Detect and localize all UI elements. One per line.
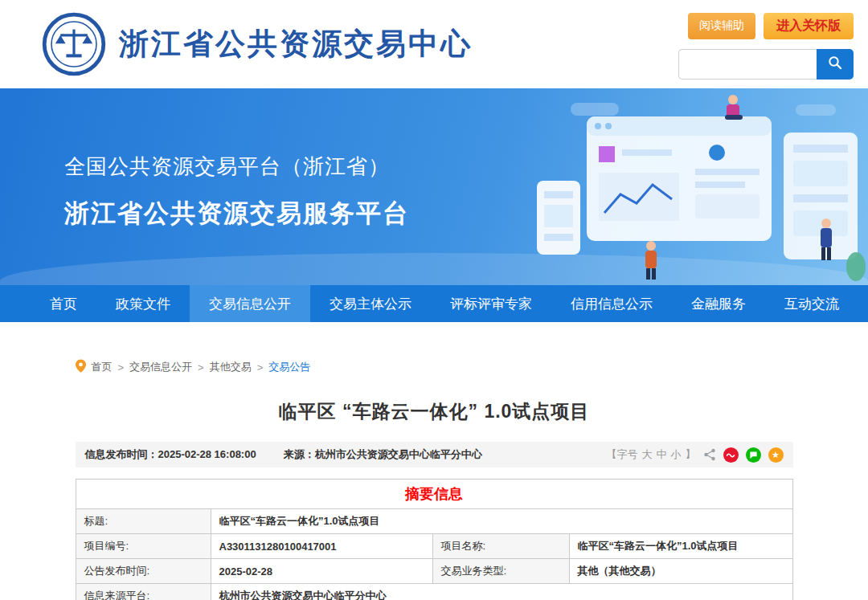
- breadcrumb-separator: >: [198, 361, 204, 373]
- field-value-source-platform: 杭州市公共资源交易中心临平分中心: [211, 584, 792, 600]
- article-title: 临平区 “车路云一体化” 1.0试点项目: [76, 399, 793, 424]
- hero-banner: 全国公共资源交易平台（浙江省） 浙江省公共资源交易服务平台: [0, 88, 868, 285]
- field-label-source-platform: 信息来源平台:: [76, 584, 211, 600]
- summary-table: 摘要信息 标题: 临平区“车路云一体化”1.0试点项目 项目编号: A33011…: [76, 479, 793, 600]
- search-input[interactable]: [678, 49, 817, 80]
- table-row: 信息来源平台: 杭州市公共资源交易中心临平分中心: [76, 584, 792, 600]
- field-label-project-number: 项目编号:: [76, 534, 211, 559]
- breadcrumb-separator: >: [257, 361, 264, 373]
- breadcrumb-current: 交易公告: [268, 360, 310, 374]
- field-value-title: 临平区“车路云一体化”1.0试点项目: [211, 509, 792, 534]
- font-size-large[interactable]: 大: [642, 447, 653, 462]
- search-box: [678, 49, 854, 80]
- nav-item-financial-services[interactable]: 金融服务: [672, 285, 765, 322]
- site-logo-icon: [42, 12, 106, 76]
- table-row: 摘要信息: [76, 480, 792, 509]
- breadcrumb-home[interactable]: 首页: [92, 360, 113, 374]
- hero-subtitle: 全国公共资源交易平台（浙江省）: [64, 153, 409, 181]
- hero-illustration: [450, 88, 868, 285]
- font-size-label-close: 】: [686, 447, 696, 462]
- breadcrumb-trade-info[interactable]: 交易信息公开: [129, 360, 192, 374]
- nav-item-policy-files[interactable]: 政策文件: [96, 285, 190, 322]
- nav-item-home[interactable]: 首页: [31, 285, 96, 322]
- search-icon: [828, 55, 842, 72]
- hero-title: 浙江省公共资源交易服务平台: [64, 197, 409, 231]
- breadcrumb: 首页 > 交易信息公开 > 其他交易 > 交易公告: [76, 359, 793, 375]
- summary-table-title: 摘要信息: [76, 480, 792, 509]
- table-row: 公告发布时间: 2025-02-28 交易业务类型: 其他（其他交易）: [76, 559, 792, 584]
- font-size-label: 【字号: [607, 447, 638, 462]
- field-label-business-type: 交易业务类型:: [432, 559, 569, 584]
- nav-item-trade-info[interactable]: 交易信息公开: [190, 285, 310, 322]
- font-size-medium[interactable]: 中: [657, 447, 667, 462]
- publish-time: 信息发布时间：2025-02-28 16:08:00: [85, 447, 256, 462]
- site-header: 浙江省公共资源交易中心 阅读辅助 进入关怀版: [0, 0, 868, 88]
- location-pin-icon: [76, 359, 86, 375]
- content-area: 首页 > 交易信息公开 > 其他交易 > 交易公告 临平区 “车路云一体化” 1…: [76, 359, 793, 600]
- table-row: 标题: 临平区“车路云一体化”1.0试点项目: [76, 509, 792, 534]
- field-value-project-number: A3301131280100417001: [211, 534, 432, 559]
- wechat-share-icon[interactable]: [746, 447, 761, 463]
- article-source: 来源：杭州市公共资源交易中心临平分中心: [284, 447, 482, 462]
- breadcrumb-separator: >: [118, 361, 125, 373]
- field-value-business-type: 其他（其他交易）: [569, 559, 792, 584]
- favorite-share-icon[interactable]: ★: [768, 447, 784, 463]
- reading-aid-button[interactable]: 阅读辅助: [688, 13, 755, 39]
- nav-item-interaction[interactable]: 互动交流: [765, 285, 858, 322]
- care-version-button[interactable]: 进入关怀版: [764, 13, 854, 39]
- main-nav: 首页 政策文件 交易信息公开 交易主体公示 评标评审专家 信用信息公示 金融服务…: [0, 285, 868, 322]
- breadcrumb-other-trades[interactable]: 其他交易: [210, 360, 252, 374]
- nav-item-credit-info[interactable]: 信用信息公示: [551, 285, 672, 322]
- field-label-announce-date: 公告发布时间:: [76, 559, 211, 584]
- nav-item-trade-subjects[interactable]: 交易主体公示: [310, 285, 431, 322]
- field-value-announce-date: 2025-02-28: [211, 559, 432, 584]
- field-label-project-name: 项目名称:: [432, 534, 569, 559]
- weibo-share-icon[interactable]: [723, 447, 739, 463]
- search-button[interactable]: [817, 49, 854, 80]
- nav-item-evaluation-experts[interactable]: 评标评审专家: [431, 285, 551, 322]
- article-meta-bar: 信息发布时间：2025-02-28 16:08:00 来源：杭州市公共资源交易中…: [76, 442, 793, 467]
- field-label-title: 标题:: [76, 509, 211, 534]
- font-size-small[interactable]: 小: [671, 447, 682, 462]
- table-row: 项目编号: A3301131280100417001 项目名称: 临平区“车路云…: [76, 534, 792, 559]
- share-icon[interactable]: [703, 448, 716, 461]
- site-title: 浙江省公共资源交易中心: [119, 24, 473, 64]
- field-value-project-name: 临平区“车路云一体化”1.0试点项目: [569, 534, 792, 559]
- font-size-control: 【字号 大 中 小 】: [607, 447, 696, 462]
